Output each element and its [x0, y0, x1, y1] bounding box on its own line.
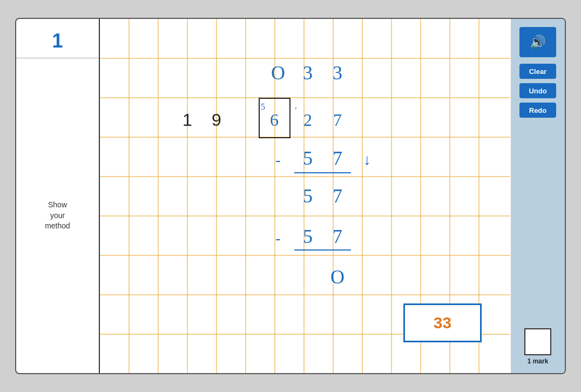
mark-box-area: 1 mark [524, 328, 551, 365]
audio-button[interactable]: 🔊 [519, 27, 556, 57]
svg-text:7: 7 [333, 185, 342, 207]
undo-button[interactable]: Undo [519, 83, 556, 98]
main-container: 1 Showyourmethod [15, 18, 566, 374]
svg-text:5: 5 [303, 185, 313, 207]
svg-text:O: O [271, 62, 285, 84]
svg-text:-: - [275, 151, 280, 168]
answer-box: 33 [403, 303, 482, 342]
clear-button[interactable]: Clear [519, 64, 556, 79]
svg-text:9: 9 [212, 110, 221, 130]
mark-box [524, 328, 551, 355]
svg-text:7: 7 [333, 147, 342, 169]
left-panel: 1 Showyourmethod [16, 19, 100, 373]
right-sidebar: 🔊 Clear Undo Redo 1 mark [511, 19, 565, 373]
svg-text:3: 3 [333, 62, 342, 84]
grid-area[interactable]: O 3 3 1 9 5 6 ' 2 7 - 5 7 ↓ [100, 19, 511, 373]
svg-text:7: 7 [333, 110, 342, 130]
svg-text:-: - [275, 229, 280, 246]
speaker-icon: 🔊 [530, 35, 546, 50]
svg-text:1: 1 [183, 110, 192, 130]
svg-text:O: O [330, 266, 344, 288]
svg-text:6: 6 [270, 110, 279, 130]
show-method-label: Showyourmethod [45, 58, 70, 373]
svg-text:': ' [295, 106, 297, 115]
mark-label: 1 mark [528, 357, 549, 365]
answer-value: 33 [434, 314, 451, 332]
svg-text:5: 5 [303, 147, 313, 169]
svg-text:2: 2 [303, 110, 312, 130]
svg-text:5: 5 [261, 102, 265, 111]
redo-button[interactable]: Redo [519, 103, 556, 118]
svg-text:5: 5 [303, 226, 313, 247]
svg-text:7: 7 [333, 226, 342, 247]
svg-text:↓: ↓ [363, 151, 371, 168]
svg-rect-24 [259, 98, 290, 138]
svg-text:3: 3 [303, 62, 313, 84]
question-number: 1 [16, 19, 99, 58]
